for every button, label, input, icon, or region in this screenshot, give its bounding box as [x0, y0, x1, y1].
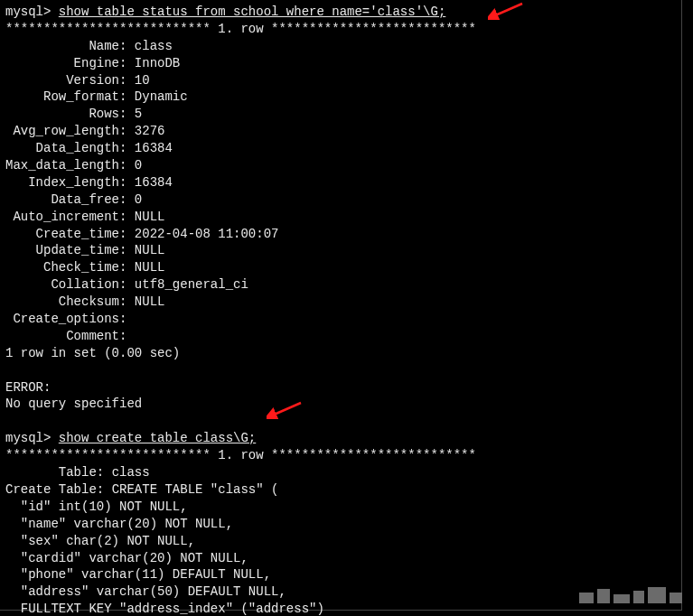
field-value: NULL — [135, 210, 165, 224]
error-message: No query specified — [5, 397, 142, 411]
field-label: Data_length — [5, 141, 119, 155]
field-label: Row_format — [5, 89, 119, 104]
field-value: Dynamic — [135, 89, 188, 104]
field-label: Avg_row_length — [5, 124, 119, 138]
field-value: utf8_general_ci — [135, 277, 248, 292]
create-table-column: "name" varchar(20) NOT NULL, — [5, 517, 233, 531]
field-value: NULL — [135, 243, 165, 257]
field-value: 0 — [135, 192, 142, 207]
terminal-output[interactable]: mysql> show table status from school whe… — [0, 0, 682, 611]
field-value: 5 — [135, 107, 142, 121]
field-label: Create_options — [5, 312, 119, 326]
field-value: 3276 — [135, 124, 165, 138]
create-table-column: "address" varchar(50) DEFAULT NULL, — [5, 584, 286, 599]
create-table-column: FULLTEXT KEY "address_index" ("address") — [5, 602, 324, 616]
mysql-prompt: mysql> — [5, 431, 59, 445]
field-label: Data_free — [5, 192, 119, 207]
field-label: Rows — [5, 107, 119, 121]
field-value: 0 — [135, 158, 142, 173]
create-table-header: CREATE TABLE "class" ( — [112, 482, 279, 497]
field-colon: : — [119, 158, 135, 173]
field-value: NULL — [135, 294, 165, 309]
sql-command: show table status from school where name… — [59, 5, 445, 19]
field-label: Check_time — [5, 260, 119, 275]
create-table-column: "id" int(10) NOT NULL, — [5, 499, 188, 514]
field-value: 10 — [135, 73, 150, 88]
field-value: 16384 — [135, 175, 173, 190]
field-label: Table — [5, 465, 97, 480]
field-label: Max_data_length — [5, 158, 119, 173]
error-label: ERROR: — [5, 380, 51, 395]
field-colon: : — [119, 175, 135, 190]
field-colon: : — [119, 329, 135, 343]
field-value: 2022-04-08 11:00:07 — [135, 227, 279, 241]
field-colon: : — [119, 294, 135, 309]
field-colon: : — [119, 39, 135, 53]
field-colon: : — [119, 277, 135, 292]
field-label: Auto_increment — [5, 210, 119, 224]
field-label: Version — [5, 73, 119, 88]
field-label: Index_length — [5, 175, 119, 190]
field-colon: : — [119, 227, 135, 241]
censored-region — [579, 583, 688, 603]
field-value: NULL — [135, 260, 165, 275]
field-label: Collation — [5, 277, 119, 292]
field-colon: : — [97, 465, 112, 480]
field-label: Update_time — [5, 243, 119, 257]
create-table-column: "phone" varchar(11) DEFAULT NULL, — [5, 567, 271, 582]
field-colon: : — [97, 482, 112, 497]
mysql-prompt: mysql> — [5, 5, 59, 19]
field-label: Comment — [5, 329, 119, 343]
field-colon: : — [119, 89, 135, 104]
field-value: class — [135, 39, 173, 53]
field-colon: : — [119, 107, 135, 121]
field-value: InnoDB — [135, 56, 180, 70]
field-colon: : — [119, 312, 135, 326]
field-colon: : — [119, 210, 135, 224]
field-label: Checksum — [5, 294, 119, 309]
field-label: Create_time — [5, 227, 119, 241]
field-colon: : — [119, 243, 135, 257]
row-separator: *************************** 1. row *****… — [5, 448, 476, 462]
field-colon: : — [119, 141, 135, 155]
field-colon: : — [119, 124, 135, 138]
row-separator: *************************** 1. row *****… — [5, 22, 476, 36]
create-table-column: "cardid" varchar(20) NOT NULL, — [5, 551, 248, 565]
rows-in-set: 1 row in set (0.00 sec) — [5, 346, 180, 360]
create-table-column: "sex" char(2) NOT NULL, — [5, 534, 195, 548]
field-label: Name — [5, 39, 119, 53]
field-colon: : — [119, 192, 135, 207]
field-value: class — [112, 465, 150, 480]
field-colon: : — [119, 73, 135, 88]
field-label: Engine — [5, 56, 119, 70]
field-label: Create Table — [5, 482, 97, 497]
field-value: 16384 — [135, 141, 173, 155]
field-colon: : — [119, 260, 135, 275]
field-colon: : — [119, 56, 135, 70]
sql-command: show create table class\G; — [59, 431, 256, 445]
